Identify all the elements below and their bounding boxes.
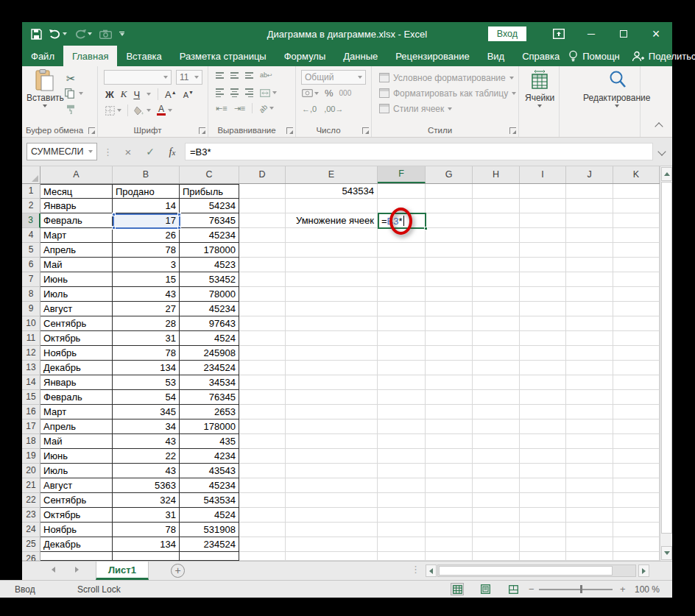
cell-G26[interactable] (426, 552, 473, 561)
cell-I25[interactable] (520, 537, 566, 552)
horizontal-scrollbar[interactable] (426, 564, 649, 577)
cell-K16[interactable] (613, 405, 660, 419)
cell-K3[interactable] (613, 213, 660, 228)
column-header-B[interactable]: B (113, 166, 180, 183)
scroll-up-button[interactable] (661, 167, 672, 181)
cells-button[interactable]: Ячейки (525, 69, 554, 107)
cell-D15[interactable] (239, 390, 286, 405)
cell-D14[interactable] (239, 375, 286, 390)
cell-E3[interactable]: Умножение ячеек (286, 213, 378, 228)
cell-F11[interactable] (378, 331, 426, 346)
cell-H14[interactable] (473, 375, 520, 390)
tab-splitter-handle[interactable]: ⋮ (408, 564, 423, 575)
font-color-button[interactable]: А (157, 105, 172, 116)
cell-E23[interactable] (286, 508, 378, 523)
cell-E22[interactable] (286, 493, 378, 508)
cell-D17[interactable] (239, 419, 286, 434)
cell-F24[interactable] (378, 523, 426, 537)
cell-H11[interactable] (473, 331, 520, 346)
cell-styles-button[interactable]: Стили ячеек (379, 101, 516, 116)
cell-A7[interactable]: Июнь (40, 272, 113, 287)
camera-icon[interactable] (99, 29, 112, 39)
cell-E24[interactable] (286, 523, 378, 537)
select-all-corner[interactable] (22, 166, 40, 183)
cell-D23[interactable] (239, 508, 286, 523)
cell-C5[interactable]: 178000 (180, 243, 239, 258)
cell-G24[interactable] (426, 523, 473, 537)
cell-H23[interactable] (473, 508, 520, 523)
cell-J7[interactable] (566, 272, 613, 287)
column-header-F[interactable]: F (378, 166, 426, 183)
increase-decimal-button[interactable]: ←,0 (302, 105, 317, 113)
scroll-right-button[interactable] (638, 564, 649, 577)
row-header-19[interactable]: 19 (22, 449, 40, 464)
cell-D12[interactable] (239, 346, 286, 361)
cell-I7[interactable] (520, 272, 566, 287)
cell-C3[interactable]: 76345 (180, 213, 239, 228)
cell-J16[interactable] (566, 405, 613, 419)
ribbon-display-options-button[interactable] (543, 22, 575, 46)
scroll-down-button[interactable] (661, 546, 672, 560)
column-header-K[interactable]: K (613, 166, 660, 183)
cell-J9[interactable] (566, 302, 613, 316)
cell-D5[interactable] (239, 243, 286, 258)
cell-H2[interactable] (473, 199, 520, 213)
tab-view[interactable]: Вид (479, 46, 514, 66)
row-header-13[interactable]: 13 (22, 361, 40, 375)
row-header-20[interactable]: 20 (22, 464, 40, 478)
wrap-text-button[interactable]: ab↩ (260, 71, 272, 79)
cell-C21[interactable]: 45234 (180, 478, 239, 493)
cell-C11[interactable]: 4524 (180, 331, 239, 346)
cell-A11[interactable]: Октябрь (40, 331, 113, 346)
cell-H9[interactable] (473, 302, 520, 316)
cell-H13[interactable] (473, 361, 520, 375)
cell-I22[interactable] (520, 493, 566, 508)
cell-E19[interactable] (286, 449, 378, 464)
cell-K1[interactable] (613, 184, 660, 199)
cell-D22[interactable] (239, 493, 286, 508)
styles-dialog-launcher[interactable] (509, 127, 516, 134)
row-header-11[interactable]: 11 (22, 331, 40, 346)
cell-H22[interactable] (473, 493, 520, 508)
column-header-G[interactable]: G (426, 166, 473, 183)
cell-D20[interactable] (239, 464, 286, 478)
cell-B17[interactable]: 34 (113, 419, 180, 434)
cell-K24[interactable] (613, 523, 660, 537)
cell-G2[interactable] (426, 199, 473, 213)
close-button[interactable]: × (640, 22, 672, 46)
cell-C24[interactable]: 531908 (180, 523, 239, 537)
cell-E9[interactable] (286, 302, 378, 316)
insert-function-button[interactable]: fx (163, 146, 182, 158)
cell-F15[interactable] (378, 390, 426, 405)
cell-C19[interactable]: 4234 (180, 449, 239, 464)
cell-K18[interactable] (613, 434, 660, 449)
cell-J3[interactable] (566, 213, 613, 228)
cell-I11[interactable] (520, 331, 566, 346)
maximize-button[interactable] (607, 22, 640, 46)
cell-B4[interactable]: 26 (113, 228, 180, 243)
cell-F12[interactable] (378, 346, 426, 361)
cell-F26[interactable] (378, 552, 426, 561)
cell-A16[interactable]: Март (40, 405, 113, 419)
cell-K22[interactable] (613, 493, 660, 508)
collapse-ribbon-button[interactable] (655, 122, 663, 130)
cell-F13[interactable] (378, 361, 426, 375)
cell-B15[interactable]: 54 (113, 390, 180, 405)
formula-input[interactable]: =B3* (185, 143, 653, 160)
cell-C8[interactable]: 78000 (180, 287, 239, 302)
tab-help[interactable]: Справка (513, 46, 568, 66)
cell-A10[interactable]: Сентябрь (40, 316, 113, 331)
zoom-slider-track[interactable] (539, 589, 613, 590)
cell-G11[interactable] (426, 331, 473, 346)
cell-K15[interactable] (613, 390, 660, 405)
cell-C16[interactable]: 2653 (180, 405, 239, 419)
cell-I9[interactable] (520, 302, 566, 316)
cell-B2[interactable]: 14 (113, 199, 180, 213)
cell-H6[interactable] (473, 258, 520, 272)
cell-C4[interactable]: 45234 (180, 228, 239, 243)
cell-I12[interactable] (520, 346, 566, 361)
cell-F21[interactable] (378, 478, 426, 493)
cell-I14[interactable] (520, 375, 566, 390)
cell-J10[interactable] (566, 316, 613, 331)
cell-K25[interactable] (613, 537, 660, 552)
